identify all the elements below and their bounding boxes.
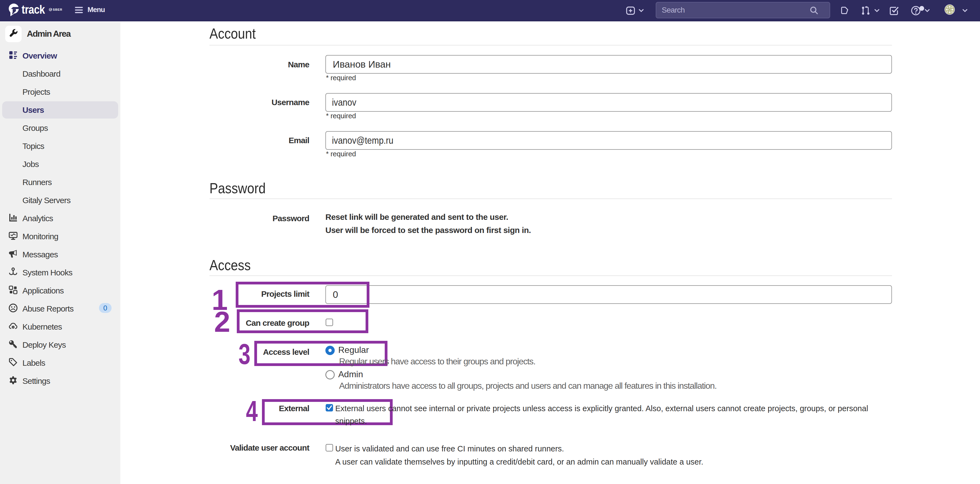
svg-text:SBER: SBER	[53, 8, 62, 11]
